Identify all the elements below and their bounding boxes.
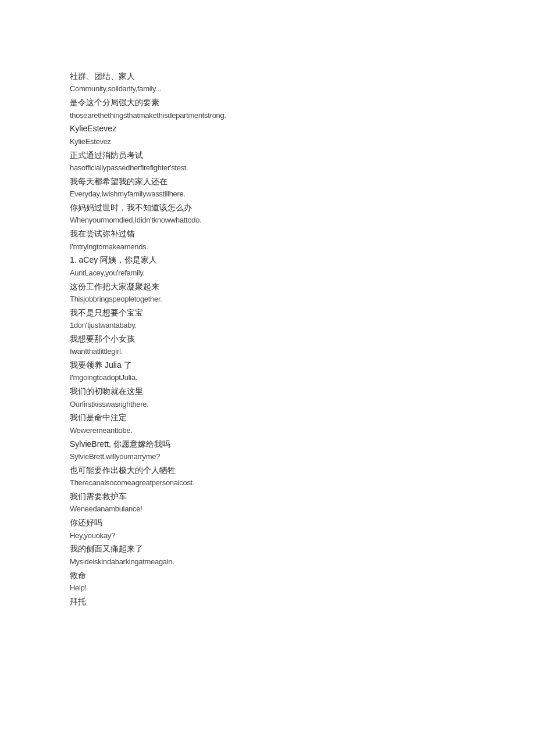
text-line-1: 社群、团结、家人 xyxy=(70,70,500,83)
text-line-10: Everyday,Iwishmyfamilywasstillhere. xyxy=(70,188,500,200)
text-line-11: 你妈妈过世时，我不知道该怎么办 xyxy=(70,201,500,214)
text-line-25: 我们的初吻就在这里 xyxy=(70,385,500,397)
text-line-7: 正式通过消防员考试 xyxy=(70,149,500,162)
text-line-14: I'mtryingtomakeamends. xyxy=(70,241,500,253)
text-line-28: Weweremeanttobe. xyxy=(70,425,500,437)
text-line-5: KylieEstevez xyxy=(70,122,500,135)
text-line-6: KylieEstevez xyxy=(70,136,500,148)
content-area: 社群、团结、家人Community,solidarity,family...是令… xyxy=(70,70,500,608)
text-line-3: 是令这个分局强大的要素 xyxy=(70,96,500,109)
text-line-30: SylvieBrett,willyoumarryme? xyxy=(70,451,500,463)
text-line-20: 1don'tjustwantababy. xyxy=(70,320,500,332)
text-line-41: 拜托 xyxy=(70,595,500,608)
text-line-29: SylvieBrett, 你愿意嫁给我吗 xyxy=(70,438,500,450)
text-line-38: Mysideiskindabarkingatmeagain. xyxy=(70,556,500,568)
text-line-34: Weneedanambulance! xyxy=(70,503,500,515)
text-line-8: hasofficiallypassedherfirefighter'stest. xyxy=(70,162,500,174)
text-line-22: Iwantthatlittlegirl. xyxy=(70,346,500,358)
text-line-18: Thisjobbringspeopletogether. xyxy=(70,293,500,306)
text-line-24: I'mgoingtoadoptJulia. xyxy=(70,372,500,384)
text-line-19: 我不是只想要个宝宝 xyxy=(70,306,500,319)
text-line-36: Hey,youokay? xyxy=(70,530,500,542)
text-line-15: 1. aCey 阿姨，你是家人 xyxy=(70,253,500,266)
text-line-35: 你还好吗 xyxy=(70,516,500,529)
text-line-16: AuntLacey,you'refamily. xyxy=(70,267,500,280)
text-line-40: Help! xyxy=(70,582,500,594)
text-line-31: 也可能要作出极大的个人牺牲 xyxy=(70,464,500,476)
text-line-27: 我们是命中注定 xyxy=(70,411,500,424)
text-line-33: 我们需要救护车 xyxy=(70,490,500,503)
text-line-17: 这份工作把大家凝聚起来 xyxy=(70,280,500,293)
text-line-26: Ourfirstkisswasrighthere. xyxy=(70,399,500,411)
text-line-39: 救命 xyxy=(70,569,500,582)
text-line-21: 我想要那个小女孩 xyxy=(70,332,500,345)
text-line-13: 我在尝试弥补过错 xyxy=(70,227,500,240)
text-line-4: thosearethethingsthatmakethisdepartments… xyxy=(70,110,500,122)
text-line-12: Whenyourmomdied,Ididn'tknowwhattodo. xyxy=(70,214,500,227)
text-line-9: 我每天都希望我的家人还在 xyxy=(70,175,500,188)
text-line-2: Community,solidarity,family... xyxy=(70,83,500,95)
text-line-37: 我的侧面又痛起来了 xyxy=(70,542,500,555)
text-line-32: Therecanalsocomeagreatpersonalcost. xyxy=(70,477,500,489)
text-line-23: 我要领养 Julia 了 xyxy=(70,359,500,371)
